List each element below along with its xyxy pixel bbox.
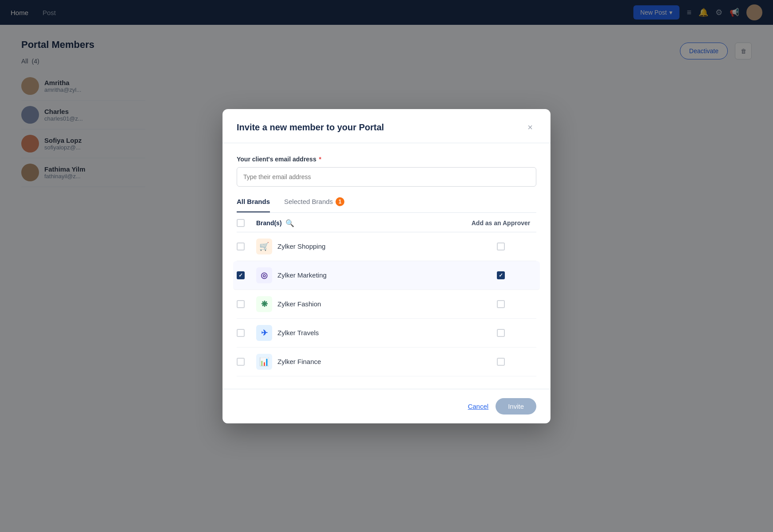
- tab-all-brands[interactable]: All Brands: [237, 197, 270, 212]
- table-row: 🛒 Zylker Shopping: [237, 232, 536, 261]
- tab-selected-brands[interactable]: Selected Brands 1: [284, 197, 344, 212]
- table-header: Brand(s) 🔍 Add as an Approver: [237, 213, 536, 232]
- invite-modal: Invite a new member to your Portal × You…: [223, 109, 550, 423]
- tabs-row: All Brands Selected Brands 1: [237, 197, 536, 213]
- modal-footer: Cancel Invite: [223, 389, 550, 423]
- brand-checkbox-finance[interactable]: [237, 358, 245, 366]
- approver-checkbox-cell: [465, 358, 536, 366]
- brand-name: Zylker Fashion: [277, 300, 321, 308]
- brand-name: Zylker Travels: [277, 329, 319, 336]
- brand-name: Zylker Marketing: [277, 271, 327, 279]
- brand-logo-travels: ✈: [256, 325, 272, 341]
- table-row: ✈ Zylker Travels: [237, 319, 536, 348]
- approver-checkbox-cell: [465, 271, 536, 279]
- row-checkbox-cell: [237, 271, 256, 279]
- table-row: ❋ Zylker Fashion: [237, 290, 536, 319]
- table-row: ◎ Zylker Marketing: [233, 261, 540, 290]
- brand-search-icon[interactable]: 🔍: [285, 219, 294, 227]
- brand-info: ❋ Zylker Fashion: [256, 296, 465, 312]
- email-field-label: Your client's email address *: [237, 156, 536, 163]
- selected-brands-badge: 1: [336, 197, 344, 206]
- brand-checkbox-shopping[interactable]: [237, 243, 245, 250]
- brand-column-header: Brand(s) 🔍: [256, 219, 465, 227]
- select-all-checkbox[interactable]: [237, 219, 245, 227]
- brand-checkbox-fashion[interactable]: [237, 300, 245, 308]
- row-checkbox-cell: [237, 243, 256, 250]
- row-checkbox-cell: [237, 358, 256, 366]
- approver-checkbox-fashion[interactable]: [497, 300, 505, 308]
- row-checkbox-cell: [237, 329, 256, 337]
- required-indicator: *: [319, 156, 321, 163]
- row-checkbox-cell: [237, 300, 256, 308]
- close-button[interactable]: ×: [524, 121, 536, 134]
- approver-checkbox-marketing[interactable]: [497, 271, 505, 279]
- brand-name: Zylker Shopping: [277, 243, 325, 250]
- approver-checkbox-finance[interactable]: [497, 358, 505, 366]
- modal-header: Invite a new member to your Portal ×: [223, 109, 550, 143]
- brand-logo-finance: 📊: [256, 354, 272, 370]
- header-checkbox-cell: [237, 219, 256, 227]
- brand-logo-shopping: 🛒: [256, 239, 272, 254]
- brand-info: 🛒 Zylker Shopping: [256, 239, 465, 254]
- table-row: 📊 Zylker Finance: [237, 348, 536, 376]
- brand-logo-marketing: ◎: [256, 267, 272, 283]
- brand-name: Zylker Finance: [277, 358, 321, 365]
- brands-table: Brand(s) 🔍 Add as an Approver 🛒 Zylker S…: [237, 213, 536, 376]
- approver-checkbox-cell: [465, 329, 536, 337]
- approver-checkbox-cell: [465, 300, 536, 308]
- invite-button[interactable]: Invite: [496, 398, 536, 415]
- brand-checkbox-travels[interactable]: [237, 329, 245, 337]
- email-input[interactable]: [237, 167, 536, 187]
- modal-body: Your client's email address * All Brands…: [223, 143, 550, 389]
- brand-info: ◎ Zylker Marketing: [256, 267, 465, 283]
- cancel-button[interactable]: Cancel: [468, 403, 488, 410]
- approver-checkbox-cell: [465, 243, 536, 250]
- brand-logo-fashion: ❋: [256, 296, 272, 312]
- brand-info: ✈ Zylker Travels: [256, 325, 465, 341]
- approver-checkbox-shopping[interactable]: [497, 243, 505, 250]
- brand-info: 📊 Zylker Finance: [256, 354, 465, 370]
- approver-checkbox-travels[interactable]: [497, 329, 505, 337]
- modal-title: Invite a new member to your Portal: [237, 122, 384, 133]
- brand-checkbox-marketing[interactable]: [237, 271, 245, 279]
- approver-column-header: Add as an Approver: [465, 219, 536, 227]
- modal-overlay: Invite a new member to your Portal × You…: [0, 0, 773, 532]
